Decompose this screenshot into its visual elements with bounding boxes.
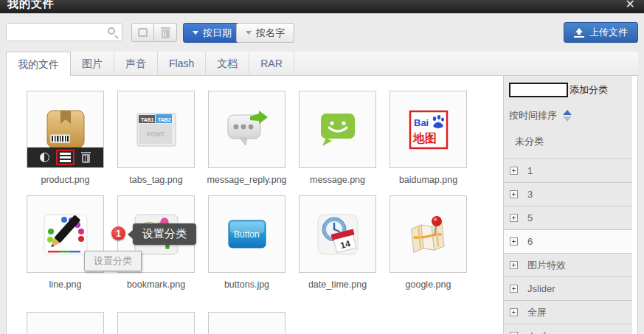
sidebar-item-category[interactable]: 5 [504,206,632,230]
baidu-map-logo-icon: Bai 地图 [405,106,452,153]
pencil-color-dots-icon [42,211,89,258]
map-with-pin-icon [405,211,452,258]
upload-label: 上传文件 [589,26,628,39]
file-tile[interactable]: TAB1 TAB2 FONT [117,91,195,168]
upload-file-button[interactable]: 上传文件 [564,22,638,43]
chevron-down-icon [246,31,252,35]
select-all-button[interactable] [131,23,154,42]
expand-plus-icon[interactable] [510,214,518,222]
sort-by-time-control[interactable]: 按时间排序 [509,109,632,122]
file-tile[interactable] [299,91,376,168]
sort-by-date-button[interactable]: 按日期 [183,23,241,43]
file-name: message.png [291,175,384,185]
sidebar-item-category[interactable]: 全屏 [504,301,632,324]
tile-action-overlay [27,147,103,167]
sidebar-item-category[interactable]: 1 [504,159,632,183]
trash-icon[interactable] [81,152,91,163]
file-tile[interactable]: Button [208,195,285,273]
file-name: tabs_tag.png [110,175,202,185]
delete-button[interactable] [154,23,177,42]
checkbox-icon [138,28,148,37]
sidebar-item-category[interactable]: 图片特效 [504,254,632,277]
contrast-icon[interactable] [40,153,49,162]
close-icon[interactable]: ✕ [626,0,635,11]
tab-my-files[interactable]: 我的文件 [6,52,71,77]
file-tile[interactable] [117,312,195,334]
message-reply-bubble-icon [224,106,271,153]
dialog-titlebar: 我的文件 ✕ [0,0,644,13]
selection-button-group [131,23,177,42]
package-box-icon [42,106,89,153]
svg-text:TAB2: TAB2 [158,116,171,122]
file-tile[interactable]: 14 [299,195,376,273]
new-category-input[interactable] [509,83,568,97]
file-tile[interactable] [208,91,285,168]
sort-arrows-icon [563,110,572,122]
expand-plus-icon[interactable] [510,285,518,293]
file-tile[interactable]: Bai 地图 [389,91,467,168]
set-category-hint-tooltip: 设置分类 [84,251,142,271]
my-files-dialog: 我的文件 ✕ 按日期 按名字 上传文件 我的文件 图 [0,0,644,334]
sidebar-item-category[interactable]: 3 [504,183,632,206]
file-tile[interactable] [27,91,104,168]
tab-flash[interactable]: Flash [158,52,206,76]
upload-icon [574,28,584,38]
expand-plus-icon[interactable] [510,190,518,198]
chevron-down-icon [193,31,198,35]
file-name: message_reply.png [201,175,293,185]
category-label: 图片特效 [527,259,566,272]
category-list: 1 3 5 6 图片特效 [504,159,632,334]
trash-icon [161,27,170,38]
category-label: 全屏 [527,306,547,319]
sort-by-name-button[interactable]: 按名字 [236,23,294,43]
expand-plus-icon[interactable] [510,261,518,269]
toolbar: 按日期 按名字 上传文件 [0,13,644,50]
add-category-button[interactable]: 添加分类 [569,83,608,97]
file-name: google.png [382,279,474,290]
svg-text:Button: Button [234,229,260,240]
sort-by-date-label: 按日期 [203,27,232,40]
tab-documents[interactable]: 文档 [206,52,249,76]
search-input[interactable] [6,23,122,41]
file-tile[interactable] [27,312,104,334]
svg-text:Bai: Bai [414,117,429,128]
sort-by-name-label: 按名字 [256,27,285,40]
file-name: buttons.jpg [201,279,293,290]
category-label: 6 [527,236,533,247]
file-name: bookmark.png [110,279,202,290]
file-name: line.png [19,279,111,290]
expand-plus-icon[interactable] [510,167,518,175]
tab-rar[interactable]: RAR [249,52,294,76]
sidebar-item-category[interactable]: dasf [504,324,632,334]
set-category-tooltip: 设置分类 [133,223,196,245]
dialog-title: 我的文件 [7,0,55,11]
category-label: 3 [527,189,533,200]
tabs-widget-icon: TAB1 TAB2 FONT [133,106,180,153]
sidebar-item-uncategorized[interactable]: 未分类 [515,135,632,148]
expand-plus-icon[interactable] [510,237,518,246]
category-label: dasf [527,330,546,334]
clock-calendar-icon: 14 [314,211,361,258]
file-tile[interactable] [389,195,467,273]
category-label: 5 [527,212,533,223]
tab-bar: 我的文件 图片 声音 Flash 文档 RAR [6,52,638,76]
search-icon [108,27,115,35]
file-name: baidumap.png [382,175,474,185]
category-label: 1 [527,165,533,176]
green-smiley-bubble-icon [314,106,361,153]
sidebar-item-category[interactable]: 6 [504,230,632,254]
expand-plus-icon[interactable] [510,308,518,316]
category-label: Jslider [527,283,555,294]
svg-text:TAB1: TAB1 [141,116,154,122]
tab-images[interactable]: 图片 [71,52,114,76]
content-panel: product.png TAB1 TAB2 FONT tabs_tag.png [6,76,638,334]
category-sidebar: 添加分类 按时间排序 未分类 1 3 5 [503,76,632,334]
tab-audio[interactable]: 声音 [114,52,158,76]
file-tile[interactable] [208,312,285,334]
file-name: date_time.png [291,279,384,290]
svg-text:地图: 地图 [412,132,437,145]
file-name: product.png [19,175,111,185]
svg-text:FONT: FONT [147,131,165,138]
sidebar-item-category[interactable]: Jslider [504,277,632,301]
set-category-icon[interactable] [56,150,75,165]
